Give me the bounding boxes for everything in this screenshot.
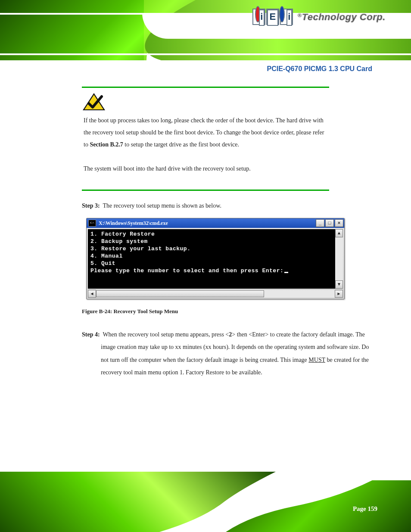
horizontal-scrollbar[interactable]: ◄ ►: [88, 290, 343, 298]
document-title: PCIE-Q670 PICMG 1.3 CPU Card: [39, 65, 372, 74]
scroll-down-icon[interactable]: ▼: [335, 280, 343, 289]
scroll-track[interactable]: [96, 290, 335, 298]
logo-letter: i: [252, 9, 265, 25]
step-text: When the recovery tool setup menu appear…: [103, 331, 229, 338]
scroll-track[interactable]: [335, 237, 343, 280]
cmd-icon: [88, 220, 96, 227]
note-line: to setup the target drive as the first b…: [125, 141, 239, 148]
cmd-title: X:\Windows\System32\cmd.exe: [99, 221, 313, 226]
page-number: Page 159: [353, 506, 377, 512]
page: i E i ®Technology Corp. PCIE-Q670 PICMG …: [0, 0, 411, 532]
brand-tagline: ®Technology Corp.: [297, 12, 385, 22]
note-ref: B.2.7: [110, 141, 123, 148]
checkmark-triangle-icon: [82, 92, 106, 111]
header-banner: i E i ®Technology Corp.: [0, 0, 411, 60]
figure-caption: Figure B-24: Recovery Tool Setup Menu: [82, 307, 372, 316]
note-ref-label: Section: [90, 141, 109, 148]
minimize-button[interactable]: _: [316, 219, 324, 227]
pcb-art-bottom-right: [226, 480, 411, 532]
cmd-window: X:\Windows\System32\cmd.exe _ □ × 1. Fac…: [86, 218, 345, 299]
close-button[interactable]: ×: [335, 219, 343, 227]
step-label: Step 3:: [82, 202, 100, 209]
logo-letter: E: [266, 9, 279, 25]
note-text: If the boot up process takes too long, p…: [82, 111, 329, 175]
cmd-output: 1. Factory Restore 2. Backup system 3. R…: [90, 230, 334, 274]
maximize-button[interactable]: □: [325, 219, 334, 227]
scroll-thumb[interactable]: [96, 290, 264, 297]
scroll-up-icon[interactable]: ▲: [335, 229, 343, 237]
footer-banner: Page 159: [0, 472, 411, 532]
note-callout: If the boot up process takes too long, p…: [82, 87, 329, 191]
pcb-art-bottom-left: [0, 472, 276, 532]
scroll-right-icon[interactable]: ►: [335, 290, 343, 298]
logo-mark: i E i: [252, 9, 293, 25]
step-3: Step 3: The recovery tool setup menu is …: [82, 200, 372, 211]
cmd-titlebar: X:\Windows\System32\cmd.exe _ □ ×: [87, 218, 344, 228]
note-line: The system will boot into the hard drive…: [84, 165, 251, 172]
step-4: Step 4: When the recovery tool setup men…: [82, 328, 372, 379]
scroll-left-icon[interactable]: ◄: [88, 290, 96, 298]
cmd-terminal: 1. Factory Restore 2. Backup system 3. R…: [88, 229, 343, 289]
vertical-scrollbar[interactable]: ▲ ▼: [335, 229, 343, 289]
brand-logo: i E i ®Technology Corp.: [252, 9, 385, 25]
logo-letter: i: [280, 9, 293, 25]
emphasis-must: MUST: [308, 357, 325, 363]
step-label: Step 4:: [82, 331, 100, 338]
content-area: PCIE-Q670 PICMG 1.3 CPU Card If the boot…: [39, 65, 372, 379]
window-buttons: _ □ ×: [316, 219, 343, 227]
cursor-icon: [284, 272, 288, 273]
step-text: The recovery tool setup menu is shown as…: [103, 202, 221, 209]
